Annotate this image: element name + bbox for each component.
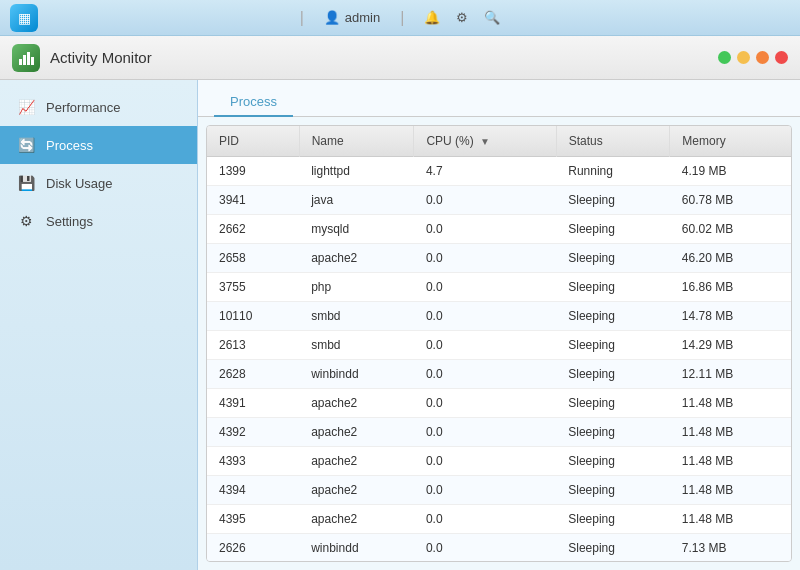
main-layout: 📈 Performance 🔄 Process 💾 Disk Usage ⚙ S… — [0, 80, 800, 570]
cell-name: smbd — [299, 331, 414, 360]
col-header-name[interactable]: Name — [299, 126, 414, 157]
sidebar-item-process[interactable]: 🔄 Process — [0, 126, 197, 164]
cell-memory: 46.20 MB — [670, 244, 791, 273]
process-table-wrapper[interactable]: PID Name CPU (%) ▼ Status Memory 1399 li… — [206, 125, 792, 562]
svg-rect-2 — [23, 55, 26, 65]
restore-button[interactable] — [756, 51, 769, 64]
cell-memory: 12.11 MB — [670, 360, 791, 389]
cell-memory: 14.29 MB — [670, 331, 791, 360]
topbar-divider-right: | — [400, 9, 404, 27]
minimize-button[interactable] — [737, 51, 750, 64]
cell-pid: 1399 — [207, 157, 299, 186]
col-header-cpu[interactable]: CPU (%) ▼ — [414, 126, 556, 157]
cell-memory: 4.19 MB — [670, 157, 791, 186]
cell-pid: 2626 — [207, 534, 299, 563]
cell-name: apache2 — [299, 389, 414, 418]
table-row[interactable]: 4392 apache2 0.0 Sleeping 11.48 MB — [207, 418, 791, 447]
cell-name: apache2 — [299, 476, 414, 505]
svg-rect-3 — [27, 52, 30, 65]
table-row[interactable]: 1399 lighttpd 4.7 Running 4.19 MB — [207, 157, 791, 186]
cell-name: apache2 — [299, 418, 414, 447]
cell-cpu: 0.0 — [414, 418, 556, 447]
cell-pid: 2628 — [207, 360, 299, 389]
topbar-action-icons: 🔔 ⚙ 🔍 — [424, 10, 500, 25]
cell-name: smbd — [299, 302, 414, 331]
sidebar-item-performance[interactable]: 📈 Performance — [0, 88, 197, 126]
cell-status: Sleeping — [556, 244, 670, 273]
cell-status: Sleeping — [556, 447, 670, 476]
settings-icon: ⚙ — [16, 211, 36, 231]
sidebar-item-settings[interactable]: ⚙ Settings — [0, 202, 197, 240]
cell-status: Sleeping — [556, 215, 670, 244]
cell-memory: 60.02 MB — [670, 215, 791, 244]
cell-status: Sleeping — [556, 331, 670, 360]
table-row[interactable]: 2626 winbindd 0.0 Sleeping 7.13 MB — [207, 534, 791, 563]
col-header-memory[interactable]: Memory — [670, 126, 791, 157]
topbar-user: 👤 admin — [324, 10, 380, 25]
cell-status: Sleeping — [556, 418, 670, 447]
table-row[interactable]: 2658 apache2 0.0 Sleeping 46.20 MB — [207, 244, 791, 273]
cell-pid: 2658 — [207, 244, 299, 273]
disk-usage-icon: 💾 — [16, 173, 36, 193]
notification-icon[interactable]: 🔔 — [424, 10, 440, 25]
process-table: PID Name CPU (%) ▼ Status Memory 1399 li… — [207, 126, 791, 562]
tab-bar: Process — [198, 80, 800, 117]
cell-pid: 3755 — [207, 273, 299, 302]
sidebar-label-process: Process — [46, 138, 93, 153]
sidebar-item-disk-usage[interactable]: 💾 Disk Usage — [0, 164, 197, 202]
content-area: Process PID Name CPU (%) ▼ Status Memory — [198, 80, 800, 570]
topbar: ▦ | 👤 admin | 🔔 ⚙ 🔍 — [0, 0, 800, 36]
cell-status: Sleeping — [556, 360, 670, 389]
table-row[interactable]: 3755 php 0.0 Sleeping 16.86 MB — [207, 273, 791, 302]
cell-cpu: 0.0 — [414, 331, 556, 360]
cell-memory: 11.48 MB — [670, 418, 791, 447]
cell-name: java — [299, 186, 414, 215]
topbar-center: | 👤 admin | 🔔 ⚙ 🔍 — [300, 9, 501, 27]
cell-status: Sleeping — [556, 476, 670, 505]
tab-process[interactable]: Process — [214, 88, 293, 117]
table-row[interactable]: 2662 mysqld 0.0 Sleeping 60.02 MB — [207, 215, 791, 244]
cell-memory: 11.48 MB — [670, 476, 791, 505]
svg-rect-1 — [19, 59, 22, 65]
maximize-button[interactable] — [718, 51, 731, 64]
cell-status: Sleeping — [556, 505, 670, 534]
table-row[interactable]: 4394 apache2 0.0 Sleeping 11.48 MB — [207, 476, 791, 505]
col-header-pid[interactable]: PID — [207, 126, 299, 157]
col-header-status[interactable]: Status — [556, 126, 670, 157]
cell-pid: 4391 — [207, 389, 299, 418]
cell-memory: 16.86 MB — [670, 273, 791, 302]
settings-icon[interactable]: ⚙ — [456, 10, 468, 25]
app-title: Activity Monitor — [50, 49, 708, 66]
table-row[interactable]: 4393 apache2 0.0 Sleeping 11.48 MB — [207, 447, 791, 476]
window-controls — [718, 51, 788, 64]
table-row[interactable]: 4391 apache2 0.0 Sleeping 11.48 MB — [207, 389, 791, 418]
table-row[interactable]: 10110 smbd 0.0 Sleeping 14.78 MB — [207, 302, 791, 331]
cell-name: apache2 — [299, 244, 414, 273]
cell-cpu: 0.0 — [414, 302, 556, 331]
cell-cpu: 0.0 — [414, 447, 556, 476]
cell-pid: 4392 — [207, 418, 299, 447]
table-row[interactable]: 2613 smbd 0.0 Sleeping 14.29 MB — [207, 331, 791, 360]
cell-pid: 3941 — [207, 186, 299, 215]
search-icon[interactable]: 🔍 — [484, 10, 500, 25]
table-row[interactable]: 4395 apache2 0.0 Sleeping 11.48 MB — [207, 505, 791, 534]
table-row[interactable]: 3941 java 0.0 Sleeping 60.78 MB — [207, 186, 791, 215]
cell-name: winbindd — [299, 534, 414, 563]
cell-pid: 4395 — [207, 505, 299, 534]
process-icon: 🔄 — [16, 135, 36, 155]
cell-pid: 4393 — [207, 447, 299, 476]
cell-cpu: 4.7 — [414, 157, 556, 186]
activity-monitor-icon — [17, 49, 35, 67]
app-icon — [12, 44, 40, 72]
table-row[interactable]: 2628 winbindd 0.0 Sleeping 12.11 MB — [207, 360, 791, 389]
cell-pid: 2662 — [207, 215, 299, 244]
sidebar-label-disk-usage: Disk Usage — [46, 176, 112, 191]
topbar-icon: ▦ — [10, 4, 38, 32]
cell-pid: 10110 — [207, 302, 299, 331]
cell-memory: 11.48 MB — [670, 505, 791, 534]
table-header-row: PID Name CPU (%) ▼ Status Memory — [207, 126, 791, 157]
cell-name: lighttpd — [299, 157, 414, 186]
close-button[interactable] — [775, 51, 788, 64]
cell-status: Sleeping — [556, 273, 670, 302]
cell-cpu: 0.0 — [414, 244, 556, 273]
